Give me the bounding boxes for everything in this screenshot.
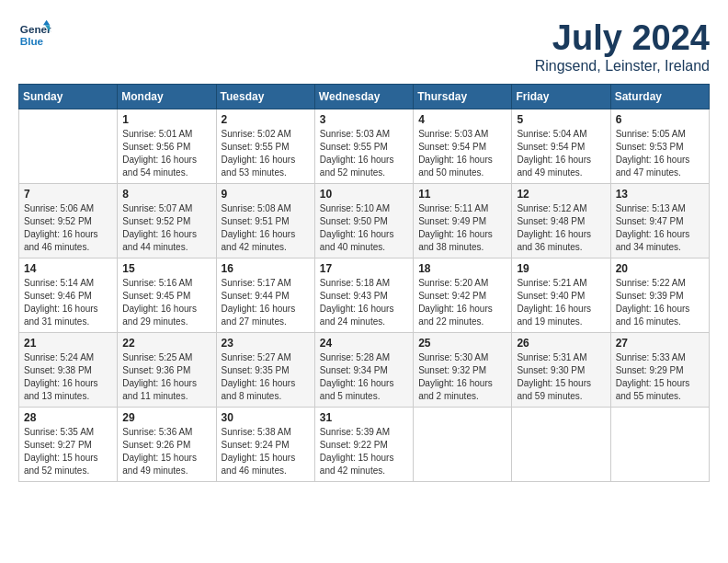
day-info: Sunrise: 5:38 AM Sunset: 9:24 PM Dayligh… [222, 426, 310, 477]
day-number: 8 [122, 188, 210, 201]
day-info: Sunrise: 5:28 AM Sunset: 9:34 PM Dayligh… [320, 351, 408, 403]
day-number: 18 [418, 262, 506, 275]
calendar-cell: 12Sunrise: 5:12 AM Sunset: 9:48 PM Dayli… [512, 184, 610, 259]
calendar-cell: 26Sunrise: 5:31 AM Sunset: 9:30 PM Dayli… [512, 333, 610, 408]
day-info: Sunrise: 5:21 AM Sunset: 9:40 PM Dayligh… [517, 277, 605, 328]
day-info: Sunrise: 5:01 AM Sunset: 9:56 PM Dayligh… [122, 128, 210, 179]
calendar-cell: 16Sunrise: 5:17 AM Sunset: 9:44 PM Dayli… [216, 259, 314, 333]
day-number: 13 [616, 188, 704, 201]
calendar-cell: 19Sunrise: 5:21 AM Sunset: 9:40 PM Dayli… [512, 259, 610, 333]
day-info: Sunrise: 5:02 AM Sunset: 9:55 PM Dayligh… [222, 128, 310, 179]
calendar-cell: 27Sunrise: 5:33 AM Sunset: 9:29 PM Dayli… [610, 333, 709, 408]
day-info: Sunrise: 5:07 AM Sunset: 9:52 PM Dayligh… [122, 202, 210, 254]
calendar-cell: 15Sunrise: 5:16 AM Sunset: 9:45 PM Dayli… [118, 259, 216, 333]
day-info: Sunrise: 5:16 AM Sunset: 9:45 PM Dayligh… [122, 277, 210, 328]
calendar-cell [19, 109, 118, 184]
day-number: 16 [222, 262, 310, 275]
weekday-header-thursday: Thursday [414, 85, 512, 109]
calendar-week-row: 7Sunrise: 5:06 AM Sunset: 9:52 PM Daylig… [19, 184, 710, 259]
day-number: 4 [418, 113, 506, 126]
day-info: Sunrise: 5:13 AM Sunset: 9:47 PM Dayligh… [616, 202, 704, 254]
day-number: 23 [222, 337, 310, 350]
calendar-cell: 18Sunrise: 5:20 AM Sunset: 9:42 PM Dayli… [414, 259, 512, 333]
calendar-cell [610, 408, 709, 482]
weekday-header-wednesday: Wednesday [314, 85, 413, 109]
day-info: Sunrise: 5:08 AM Sunset: 9:51 PM Dayligh… [222, 202, 310, 254]
day-number: 7 [24, 188, 112, 201]
day-number: 2 [222, 113, 310, 126]
day-number: 6 [616, 113, 704, 126]
day-number: 3 [320, 113, 408, 126]
day-number: 10 [320, 188, 408, 201]
day-info: Sunrise: 5:20 AM Sunset: 9:42 PM Dayligh… [418, 277, 506, 328]
calendar-cell: 28Sunrise: 5:35 AM Sunset: 9:27 PM Dayli… [19, 408, 118, 482]
calendar-cell: 21Sunrise: 5:24 AM Sunset: 9:38 PM Dayli… [19, 333, 118, 408]
day-number: 22 [122, 337, 210, 350]
day-info: Sunrise: 5:35 AM Sunset: 9:27 PM Dayligh… [24, 426, 112, 477]
day-info: Sunrise: 5:18 AM Sunset: 9:43 PM Dayligh… [320, 277, 408, 328]
calendar-cell: 6Sunrise: 5:05 AM Sunset: 9:53 PM Daylig… [610, 109, 709, 184]
calendar-cell: 30Sunrise: 5:38 AM Sunset: 9:24 PM Dayli… [216, 408, 314, 482]
day-info: Sunrise: 5:27 AM Sunset: 9:35 PM Dayligh… [222, 351, 310, 403]
day-info: Sunrise: 5:06 AM Sunset: 9:52 PM Dayligh… [24, 202, 112, 254]
calendar-cell: 4Sunrise: 5:03 AM Sunset: 9:54 PM Daylig… [414, 109, 512, 184]
day-info: Sunrise: 5:30 AM Sunset: 9:32 PM Dayligh… [418, 351, 506, 403]
day-number: 17 [320, 262, 408, 275]
weekday-header-row: SundayMondayTuesdayWednesdayThursdayFrid… [19, 85, 710, 109]
weekday-header-friday: Friday [512, 85, 610, 109]
day-number: 24 [320, 337, 408, 350]
calendar-cell: 17Sunrise: 5:18 AM Sunset: 9:43 PM Dayli… [314, 259, 413, 333]
location: Ringsend, Leinster, Ireland [535, 58, 710, 75]
weekday-header-tuesday: Tuesday [216, 85, 314, 109]
day-number: 26 [517, 337, 605, 350]
day-info: Sunrise: 5:33 AM Sunset: 9:29 PM Dayligh… [616, 351, 704, 403]
calendar-cell: 8Sunrise: 5:07 AM Sunset: 9:52 PM Daylig… [118, 184, 216, 259]
day-info: Sunrise: 5:03 AM Sunset: 9:55 PM Dayligh… [320, 128, 408, 179]
month-title: July 2024 [535, 18, 710, 58]
calendar-cell: 5Sunrise: 5:04 AM Sunset: 9:54 PM Daylig… [512, 109, 610, 184]
day-number: 1 [122, 113, 210, 126]
day-number: 19 [517, 262, 605, 275]
title-block: July 2024 Ringsend, Leinster, Ireland [535, 18, 710, 75]
day-number: 28 [24, 411, 112, 424]
day-info: Sunrise: 5:12 AM Sunset: 9:48 PM Dayligh… [517, 202, 605, 254]
day-number: 27 [616, 337, 704, 350]
day-info: Sunrise: 5:03 AM Sunset: 9:54 PM Dayligh… [418, 128, 506, 179]
calendar-week-row: 14Sunrise: 5:14 AM Sunset: 9:46 PM Dayli… [19, 259, 710, 333]
calendar-cell: 7Sunrise: 5:06 AM Sunset: 9:52 PM Daylig… [19, 184, 118, 259]
day-number: 11 [418, 188, 506, 201]
day-number: 9 [222, 188, 310, 201]
day-number: 31 [320, 411, 408, 424]
calendar-cell: 3Sunrise: 5:03 AM Sunset: 9:55 PM Daylig… [314, 109, 413, 184]
day-info: Sunrise: 5:25 AM Sunset: 9:36 PM Dayligh… [122, 351, 210, 403]
calendar-week-row: 21Sunrise: 5:24 AM Sunset: 9:38 PM Dayli… [19, 333, 710, 408]
day-info: Sunrise: 5:39 AM Sunset: 9:22 PM Dayligh… [320, 426, 408, 477]
page-header: General Blue July 2024 Ringsend, Leinste… [18, 18, 710, 75]
calendar-cell [512, 408, 610, 482]
day-info: Sunrise: 5:31 AM Sunset: 9:30 PM Dayligh… [517, 351, 605, 403]
weekday-header-sunday: Sunday [19, 85, 118, 109]
day-number: 21 [24, 337, 112, 350]
calendar-cell: 10Sunrise: 5:10 AM Sunset: 9:50 PM Dayli… [314, 184, 413, 259]
calendar-cell: 9Sunrise: 5:08 AM Sunset: 9:51 PM Daylig… [216, 184, 314, 259]
day-info: Sunrise: 5:22 AM Sunset: 9:39 PM Dayligh… [616, 277, 704, 328]
day-number: 30 [222, 411, 310, 424]
day-number: 5 [517, 113, 605, 126]
calendar-cell: 24Sunrise: 5:28 AM Sunset: 9:34 PM Dayli… [314, 333, 413, 408]
calendar-cell: 13Sunrise: 5:13 AM Sunset: 9:47 PM Dayli… [610, 184, 709, 259]
day-info: Sunrise: 5:05 AM Sunset: 9:53 PM Dayligh… [616, 128, 704, 179]
day-info: Sunrise: 5:14 AM Sunset: 9:46 PM Dayligh… [24, 277, 112, 328]
day-info: Sunrise: 5:04 AM Sunset: 9:54 PM Dayligh… [517, 128, 605, 179]
calendar-cell: 20Sunrise: 5:22 AM Sunset: 9:39 PM Dayli… [610, 259, 709, 333]
day-info: Sunrise: 5:11 AM Sunset: 9:49 PM Dayligh… [418, 202, 506, 254]
weekday-header-monday: Monday [118, 85, 216, 109]
day-number: 12 [517, 188, 605, 201]
day-info: Sunrise: 5:10 AM Sunset: 9:50 PM Dayligh… [320, 202, 408, 254]
logo: General Blue [18, 18, 51, 52]
calendar-week-row: 28Sunrise: 5:35 AM Sunset: 9:27 PM Dayli… [19, 408, 710, 482]
calendar-cell: 2Sunrise: 5:02 AM Sunset: 9:55 PM Daylig… [216, 109, 314, 184]
day-info: Sunrise: 5:17 AM Sunset: 9:44 PM Dayligh… [222, 277, 310, 328]
weekday-header-saturday: Saturday [610, 85, 709, 109]
day-number: 25 [418, 337, 506, 350]
day-info: Sunrise: 5:24 AM Sunset: 9:38 PM Dayligh… [24, 351, 112, 403]
